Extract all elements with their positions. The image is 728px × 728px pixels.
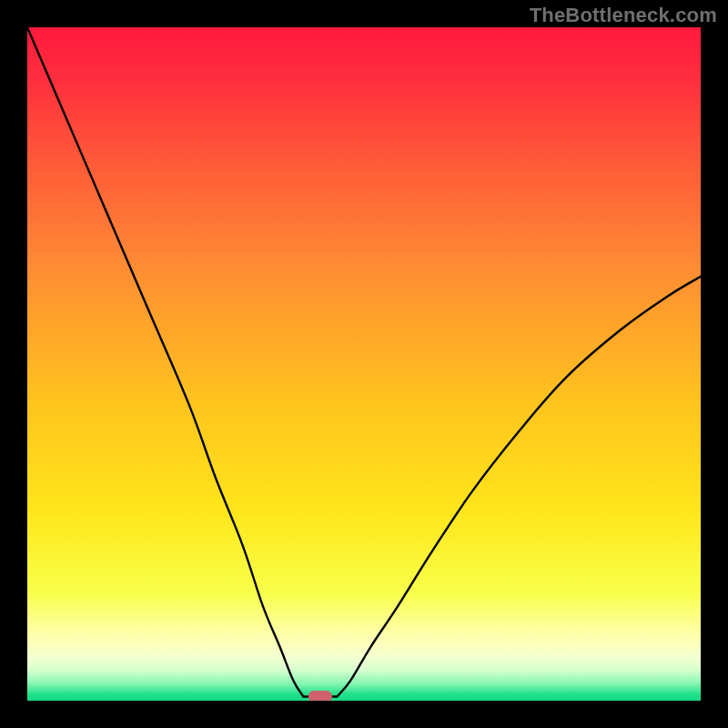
plot-background bbox=[27, 27, 701, 701]
optimum-marker bbox=[308, 691, 332, 701]
watermark-label: TheBottleneck.com bbox=[530, 4, 717, 27]
bottleneck-chart bbox=[27, 27, 701, 701]
chart-frame: TheBottleneck.com bbox=[0, 0, 728, 728]
